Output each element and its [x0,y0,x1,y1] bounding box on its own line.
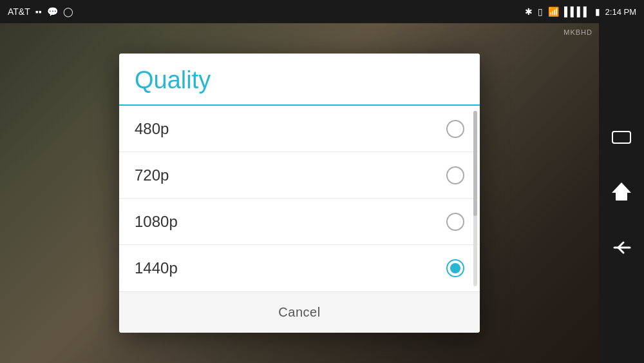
option-1440p-radio[interactable] [446,259,464,277]
option-1440p-label: 1440p [135,259,178,277]
bluetooth-icon: ✱ [525,6,533,17]
option-1080p-radio[interactable] [446,213,464,231]
message-icon: ◯ [63,6,73,17]
scrollbar-track[interactable] [473,111,477,286]
option-480p-label: 480p [135,120,169,138]
dialog-options-wrapper: 480p 720p 1080p 1440p [119,106,480,291]
overlay: Quality 480p 720p 1080p 1440p [0,23,599,363]
battery-icon: ▮ [595,6,600,17]
time-label: 2:14 PM [605,7,636,17]
dialog-title: Quality [135,66,464,104]
back-button[interactable] [612,239,631,256]
option-1440p[interactable]: 1440p [119,245,480,291]
option-1080p[interactable]: 1080p [119,199,480,245]
carrier-label: AT&T [8,6,30,17]
nav-bar [599,23,644,363]
option-720p-label: 720p [135,166,169,184]
wifi-icon: 📶 [548,6,559,17]
dialog-footer: Cancel [119,291,480,333]
signal-icon: ▌▌▌▌ [564,6,590,17]
quality-dialog: Quality 480p 720p 1080p 1440p [119,54,480,333]
option-720p[interactable]: 720p [119,152,480,199]
cancel-button[interactable]: Cancel [278,305,320,320]
radio-selected-dot [450,263,460,273]
sim-icon: ▪▪ [35,6,42,17]
option-720p-radio[interactable] [446,166,464,184]
recent-apps-button[interactable] [612,131,631,144]
watermark-text: MKBHD [564,28,592,36]
home-icon [612,182,631,193]
option-1080p-label: 1080p [135,213,178,231]
hangouts-icon: 💬 [47,6,58,17]
dialog-options: 480p 720p 1080p 1440p [119,106,480,291]
recent-apps-icon [612,131,631,144]
scrollbar-thumb[interactable] [473,111,477,216]
phone-icon: ▯ [538,6,543,17]
option-480p[interactable]: 480p [119,106,480,152]
status-bar: AT&T ▪▪ 💬 ◯ ✱ ▯ 📶 ▌▌▌▌ ▮ 2:14 PM [0,0,644,23]
home-door-icon [616,192,627,201]
status-left: AT&T ▪▪ 💬 ◯ [8,6,73,17]
back-icon [612,239,631,256]
option-480p-radio[interactable] [446,120,464,138]
home-button[interactable] [612,182,631,201]
dialog-header: Quality [119,54,480,104]
status-right: ✱ ▯ 📶 ▌▌▌▌ ▮ 2:14 PM [525,6,636,17]
